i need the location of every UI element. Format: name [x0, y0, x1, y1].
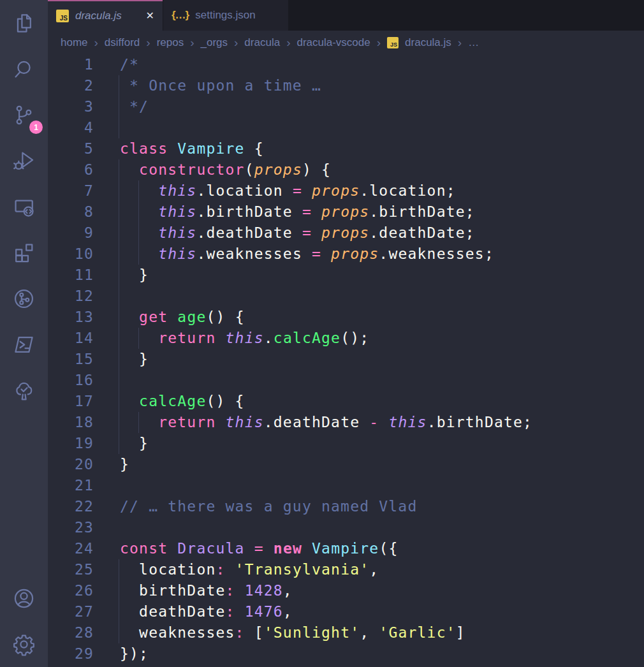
- code-line: 24const Dracula = new Vampire({: [48, 538, 644, 559]
- indent-guide: [119, 391, 119, 412]
- indent-guide: [119, 159, 119, 180]
- code-line: 11 }: [48, 265, 644, 286]
- code-text: }: [120, 454, 129, 475]
- indent-guide: [119, 117, 119, 138]
- sidebar-item-git-graph[interactable]: [0, 275, 48, 321]
- line-number: 8: [48, 202, 94, 223]
- js-file-icon: JS: [387, 37, 399, 48]
- code-text: this.weaknesses = props.weaknesses;: [120, 244, 494, 265]
- sidebar-item-run-debug[interactable]: [0, 138, 48, 184]
- breadcrumb-item-dracula[interactable]: dracula: [244, 36, 280, 49]
- line-number: 23: [48, 517, 94, 538]
- indent-guide: [119, 180, 119, 202]
- code-text: return this.deathDate - this.birthDate;: [120, 412, 532, 433]
- breadcrumb-item-dracula-vscode[interactable]: dracula-vscode: [296, 36, 370, 49]
- todo-tree-icon: [12, 379, 36, 402]
- breadcrumb-item-file[interactable]: dracula.js: [405, 36, 451, 49]
- close-icon[interactable]: ✕: [146, 11, 154, 21]
- indent-guide: [119, 370, 119, 391]
- code-line: 21: [48, 475, 644, 496]
- code-line: 9 this.deathDate = props.deathDate;: [48, 223, 644, 244]
- code-line: 10 this.weaknesses = props.weaknesses;: [48, 244, 644, 265]
- run-debug-icon: [12, 149, 36, 173]
- gear-icon: [12, 633, 36, 656]
- code-text: weaknesses: ['Sunlight', 'Garlic']: [120, 622, 465, 643]
- code-line: 15 }: [48, 349, 644, 370]
- code-text: this.birthDate = props.birthDate;: [120, 202, 475, 223]
- line-number: 12: [48, 286, 94, 307]
- account-icon: [12, 587, 36, 610]
- vscode-window: 1: [0, 0, 644, 667]
- sidebar-item-source-control[interactable]: 1: [0, 92, 48, 138]
- code-line: 17 calcAge() {: [48, 391, 644, 412]
- code-text: this.location = props.location;: [120, 180, 456, 202]
- activity-bar: 1: [0, 0, 48, 667]
- breadcrumb-item-dsifford[interactable]: dsifford: [105, 36, 140, 49]
- code-line: 2 * Once upon a time …: [48, 75, 644, 96]
- line-number: 22: [48, 496, 94, 517]
- chevron-right-icon: ›: [94, 36, 98, 50]
- code-text: }: [120, 433, 149, 454]
- code-text: class Vampire {: [120, 138, 264, 159]
- line-number: 4: [48, 117, 94, 138]
- indent-guide: [119, 328, 119, 349]
- line-number: 15: [48, 349, 94, 370]
- chevron-right-icon: ›: [377, 36, 381, 50]
- tab-dracula-js[interactable]: JS dracula.js ✕: [48, 0, 163, 31]
- code-text: }: [120, 265, 149, 286]
- sidebar-item-remote-explorer[interactable]: [0, 184, 48, 230]
- chevron-right-icon: ›: [286, 36, 290, 50]
- indent-guide: [119, 433, 119, 454]
- code-text: // … there was a guy named Vlad: [120, 496, 417, 517]
- code-line: 4: [48, 117, 644, 138]
- indent-guide: [119, 96, 119, 117]
- breadcrumb-item-more[interactable]: …: [468, 36, 479, 49]
- line-number: 16: [48, 370, 94, 391]
- breadcrumb-item-repos[interactable]: repos: [157, 36, 184, 49]
- terminal-powershell-icon: [12, 333, 36, 356]
- line-number: 3: [48, 96, 94, 117]
- code-text: birthDate: 1428,: [120, 580, 293, 601]
- json-file-icon: {…}: [172, 9, 189, 22]
- indent-guide: [119, 622, 119, 643]
- line-number: 2: [48, 75, 94, 96]
- tab-label: settings.json: [195, 9, 256, 22]
- code-line: 14 return this.calcAge();: [48, 328, 644, 349]
- code-line: 12: [48, 286, 644, 307]
- account-button[interactable]: [0, 575, 48, 621]
- line-number: 29: [48, 643, 94, 664]
- sidebar-item-explorer[interactable]: [0, 0, 48, 46]
- code-text: return this.calcAge();: [120, 328, 369, 349]
- sidebar-item-terminal[interactable]: [0, 321, 48, 367]
- code-text: deathDate: 1476,: [120, 601, 293, 622]
- breadcrumb: home › dsifford › repos › _orgs › dracul…: [48, 31, 644, 54]
- indent-guide: [119, 244, 119, 265]
- line-number: 11: [48, 265, 94, 286]
- code-text: /*: [120, 54, 139, 75]
- breadcrumb-item-home[interactable]: home: [61, 36, 88, 49]
- code-text: get age() {: [120, 307, 245, 328]
- line-number: 14: [48, 328, 94, 349]
- sidebar-item-extensions[interactable]: [0, 230, 48, 275]
- sidebar-item-todo-tree[interactable]: [0, 367, 48, 413]
- line-number: 9: [48, 223, 94, 244]
- code-line: 22// … there was a guy named Vlad: [48, 496, 644, 517]
- chevron-right-icon: ›: [190, 36, 194, 50]
- code-area[interactable]: 1/*2 * Once upon a time …3 */45class Vam…: [48, 54, 644, 667]
- code-text: this.deathDate = props.deathDate;: [120, 223, 475, 244]
- code-line: 3 */: [48, 96, 644, 117]
- remote-explorer-icon: [12, 195, 36, 219]
- line-number: 6: [48, 159, 94, 180]
- code-line: 28 weaknesses: ['Sunlight', 'Garlic']: [48, 622, 644, 643]
- code-line: 7 this.location = props.location;: [48, 180, 644, 202]
- code-text: * Once upon a time …: [120, 75, 321, 96]
- line-number: 17: [48, 391, 94, 412]
- code-text: constructor(props) {: [120, 159, 331, 180]
- code-line: 6 constructor(props) {: [48, 159, 644, 180]
- settings-button[interactable]: [0, 621, 48, 667]
- line-number: 26: [48, 580, 94, 601]
- breadcrumb-item-orgs[interactable]: _orgs: [201, 36, 228, 49]
- tab-settings-json[interactable]: {…} settings.json: [163, 0, 288, 31]
- sidebar-item-search[interactable]: [0, 46, 48, 92]
- indent-guide: [119, 559, 119, 580]
